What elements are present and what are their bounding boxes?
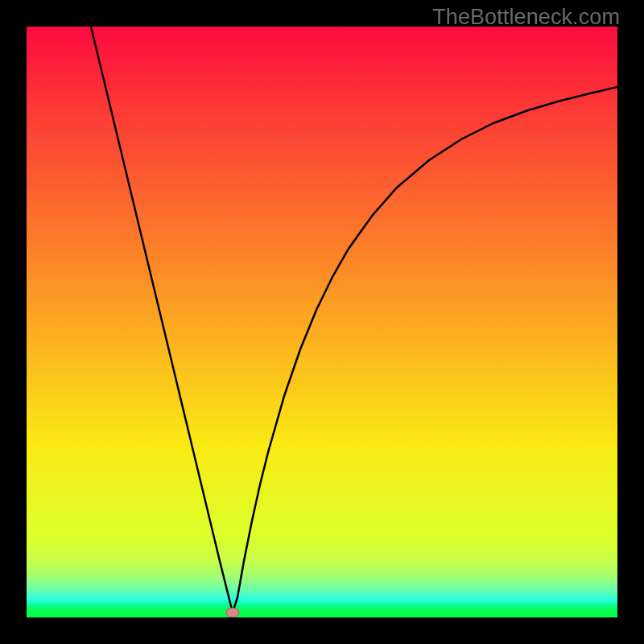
chart-container: TheBottleneck.com — [0, 0, 644, 644]
plot-area — [27, 27, 617, 617]
optimal-point-marker — [226, 608, 239, 617]
curve-layer — [27, 27, 617, 617]
bottleneck-curve — [91, 27, 617, 613]
